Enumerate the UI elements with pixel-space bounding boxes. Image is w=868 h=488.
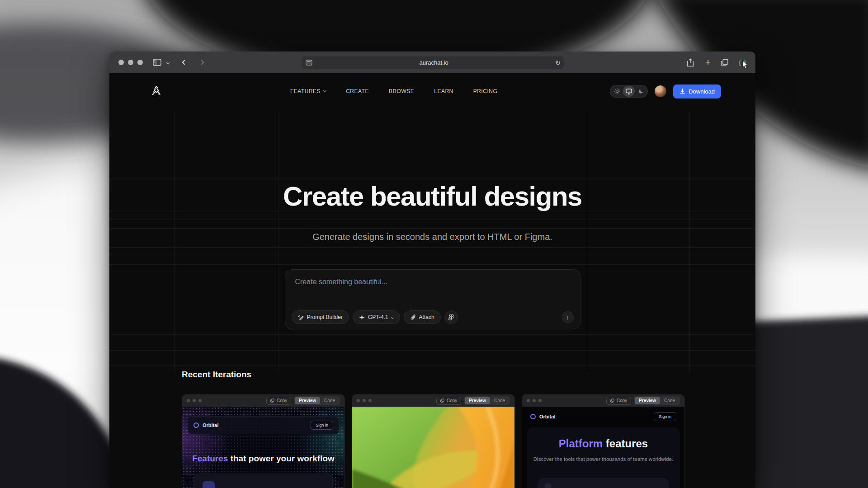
sun-icon bbox=[614, 88, 620, 94]
window-dot-icon bbox=[193, 399, 196, 402]
copy-button[interactable]: Copy bbox=[606, 397, 631, 405]
signin-button[interactable]: Sign in bbox=[311, 421, 333, 430]
orbital-logo-icon bbox=[193, 422, 199, 428]
theme-light-button[interactable] bbox=[611, 86, 623, 97]
preview-subtitle: Discover the tools that power thousands … bbox=[527, 456, 680, 462]
page-title: Create beautiful designs bbox=[109, 181, 755, 212]
window-dot-icon bbox=[538, 399, 542, 402]
monitor-icon bbox=[626, 89, 632, 94]
sparkle-icon bbox=[359, 314, 365, 320]
code-tab[interactable]: Code bbox=[320, 397, 339, 404]
forward-button[interactable] bbox=[200, 52, 203, 73]
browser-toolbar: aurachat.io ↻ + { } bbox=[109, 52, 755, 73]
nav-right-controls: Download bbox=[610, 73, 721, 109]
prompt-input[interactable] bbox=[294, 277, 566, 304]
prompt-toolbar: Prompt Builder GPT-4.1 Attach bbox=[292, 310, 574, 324]
prompt-builder-button[interactable]: Prompt Builder bbox=[292, 310, 349, 324]
attach-button[interactable]: Attach bbox=[404, 310, 441, 324]
card-preview: Orbital Sign in Features that power your… bbox=[182, 407, 344, 488]
card-preview: Orbital Sign in Platform features Discov… bbox=[522, 407, 684, 488]
address-bar[interactable]: aurachat.io ↻ bbox=[302, 56, 565, 69]
theme-dark-button[interactable] bbox=[635, 86, 646, 97]
preview-navbar: Orbital Sign in bbox=[188, 416, 339, 434]
zoom-button[interactable] bbox=[137, 60, 143, 65]
window-dot-icon bbox=[368, 399, 372, 402]
send-button[interactable]: ↑ bbox=[562, 311, 574, 323]
preview-panel bbox=[194, 474, 333, 488]
moon-icon bbox=[638, 89, 644, 94]
close-button[interactable] bbox=[118, 60, 124, 65]
view-switcher: Preview Code bbox=[634, 396, 680, 405]
reader-icon bbox=[306, 60, 312, 66]
preview-tab[interactable]: Preview bbox=[635, 397, 660, 404]
theme-system-button[interactable] bbox=[623, 86, 635, 97]
window-dot-icon bbox=[533, 399, 536, 402]
traffic-lights bbox=[118, 60, 143, 65]
site-navbar: A FEATURES CREATE BROWSE LEARN PRICING bbox=[109, 73, 755, 109]
figma-icon bbox=[448, 314, 454, 320]
preview-panel: Platform features Discover the tools tha… bbox=[527, 427, 680, 488]
iteration-card-3[interactable]: Copy Preview Code Orbital Sign in bbox=[522, 394, 685, 488]
view-switcher: Preview Code bbox=[464, 396, 510, 405]
card-toolbar: Copy Preview Code bbox=[352, 394, 514, 407]
window-dot-icon bbox=[198, 399, 202, 402]
iteration-card-1[interactable]: Copy Preview Code Orbital Sign in bbox=[182, 394, 345, 488]
url-text: aurachat.io bbox=[312, 59, 555, 66]
chevron-down-icon bbox=[391, 315, 394, 319]
nav-item-create[interactable]: CREATE bbox=[346, 88, 369, 94]
webpage: A FEATURES CREATE BROWSE LEARN PRICING bbox=[109, 73, 755, 488]
gradient-artwork bbox=[352, 407, 514, 488]
page-subtitle: Generate designs in seconds and export t… bbox=[109, 232, 755, 242]
chevron-down-icon bbox=[323, 89, 326, 92]
minimize-button[interactable] bbox=[128, 60, 133, 65]
copy-icon bbox=[270, 399, 274, 403]
nav-item-browse[interactable]: BROWSE bbox=[389, 88, 414, 94]
recent-cards-row: Copy Preview Code Orbital Sign in bbox=[182, 394, 685, 488]
card-toolbar: Copy Preview Code bbox=[522, 394, 684, 407]
preview-heading: Features that power your workflow bbox=[182, 454, 344, 464]
magic-pen-icon bbox=[298, 314, 304, 320]
copy-button[interactable]: Copy bbox=[266, 397, 291, 405]
copy-button[interactable]: Copy bbox=[436, 397, 461, 405]
site-logo[interactable]: A bbox=[152, 84, 161, 98]
download-icon bbox=[679, 88, 685, 94]
sidebar-chevron-icon[interactable] bbox=[167, 52, 169, 73]
code-tab[interactable]: Code bbox=[490, 397, 509, 404]
recent-iterations-title: Recent Iterations bbox=[182, 370, 251, 380]
window-dot-icon bbox=[357, 399, 360, 402]
share-icon[interactable] bbox=[687, 52, 694, 73]
figma-export-button[interactable] bbox=[444, 310, 458, 324]
copy-icon bbox=[440, 399, 444, 403]
model-select-button[interactable]: GPT-4.1 bbox=[353, 310, 400, 324]
sidebar-toggle-icon[interactable] bbox=[153, 52, 161, 73]
preview-tab[interactable]: Preview bbox=[465, 397, 490, 404]
window-dot-icon bbox=[527, 399, 530, 402]
tab-overview-icon[interactable] bbox=[721, 52, 729, 73]
iteration-card-2[interactable]: Copy Preview Code bbox=[352, 394, 515, 488]
nav-item-pricing[interactable]: PRICING bbox=[473, 88, 498, 94]
download-button[interactable]: Download bbox=[673, 84, 721, 99]
theme-toggle bbox=[610, 85, 648, 98]
nav-item-features[interactable]: FEATURES bbox=[290, 88, 326, 94]
window-dot-icon bbox=[187, 399, 190, 402]
mouse-cursor bbox=[742, 60, 750, 70]
new-tab-icon[interactable]: + bbox=[705, 52, 711, 73]
reload-icon[interactable]: ↻ bbox=[555, 59, 561, 66]
preview-navbar: Orbital Sign in bbox=[522, 407, 684, 427]
nav-item-learn[interactable]: LEARN bbox=[434, 88, 453, 94]
signin-button[interactable]: Sign in bbox=[654, 412, 676, 421]
back-button[interactable] bbox=[183, 52, 186, 73]
user-avatar[interactable] bbox=[655, 85, 666, 97]
code-tab[interactable]: Code bbox=[660, 397, 679, 404]
preview-heading: Platform features bbox=[527, 437, 680, 450]
window-dot-icon bbox=[363, 399, 366, 402]
preview-tab[interactable]: Preview bbox=[295, 397, 320, 404]
nav-links: FEATURES CREATE BROWSE LEARN PRICING bbox=[290, 73, 497, 109]
browser-window: aurachat.io ↻ + { } bbox=[109, 52, 755, 488]
copy-icon bbox=[610, 399, 614, 403]
preview-panel-button bbox=[203, 481, 215, 488]
orbital-logo-icon bbox=[530, 414, 536, 419]
view-switcher: Preview Code bbox=[294, 396, 340, 405]
paperclip-icon bbox=[410, 314, 416, 320]
card-toolbar: Copy Preview Code bbox=[182, 394, 344, 407]
